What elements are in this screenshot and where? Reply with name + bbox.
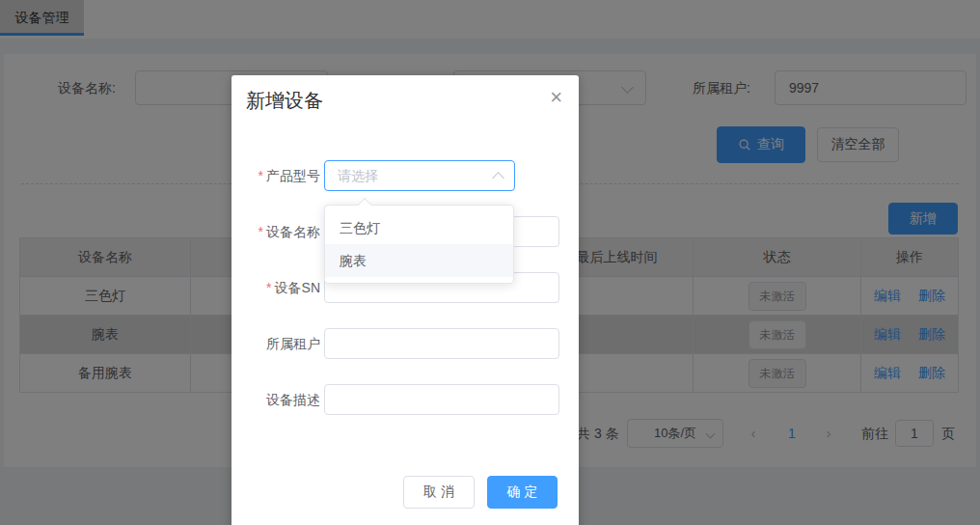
cancel-label: 取 消 [423, 484, 454, 501]
required-mark: * [259, 224, 263, 239]
close-icon[interactable]: × [546, 83, 566, 112]
tenant-field[interactable] [324, 328, 559, 359]
cancel-button[interactable]: 取 消 [403, 476, 475, 509]
dropdown-option-tricolor-light[interactable]: 三色灯 [325, 211, 513, 244]
description-field[interactable] [324, 384, 559, 415]
product-model-dropdown: 三色灯 腕表 [324, 205, 514, 284]
tenant-field-label: 所属租户 [237, 328, 320, 359]
dialog-title: 新增设备 [246, 88, 323, 114]
select-placeholder: 请选择 [338, 161, 378, 190]
product-model-select[interactable]: 请选择 [324, 160, 515, 191]
required-mark: * [259, 168, 263, 183]
confirm-button[interactable]: 确 定 [487, 476, 558, 509]
form-row-tenant: 所属租户 [231, 328, 579, 359]
form-row-description: 设备描述 [231, 384, 579, 415]
chevron-up-icon [492, 172, 504, 184]
form-row-product-model: *产品型号 请选择 [231, 160, 579, 191]
required-mark: * [266, 280, 271, 295]
description-field-label: 设备描述 [237, 384, 320, 415]
device-management-page: 设备管理 设备名称: 所属租户: 查询 清空全部 新增 [0, 0, 980, 525]
product-model-label: 产品型号 [266, 168, 320, 183]
device-name-field-label: 设备名称 [266, 224, 320, 239]
confirm-label: 确 定 [507, 484, 538, 501]
add-device-dialog: 新增设备 × *产品型号 请选择 *设备名称 *设备SN 所属租户 [231, 75, 579, 525]
device-sn-field-label: 设备SN [275, 280, 320, 295]
dropdown-option-watch[interactable]: 腕表 [325, 244, 513, 277]
